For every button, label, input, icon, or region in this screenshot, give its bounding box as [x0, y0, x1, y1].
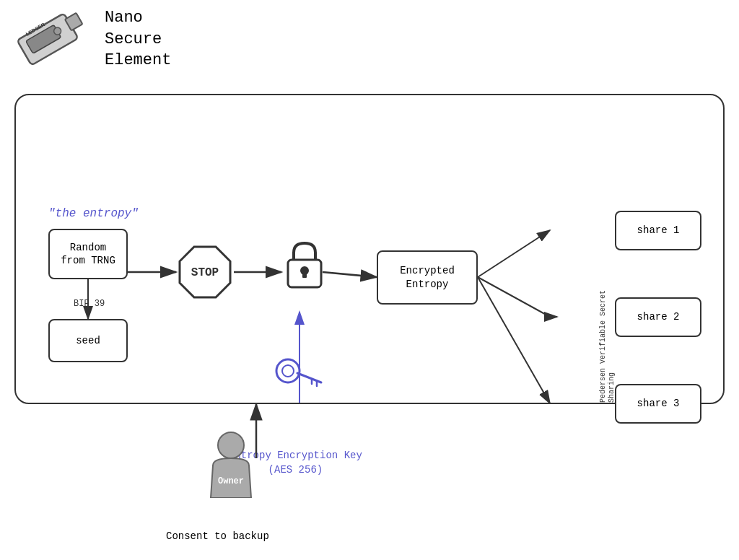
lock-icon [283, 240, 326, 297]
encrypted-entropy-label: Encrypted Entropy [400, 264, 455, 290]
trng-box: Random from TRNG [48, 229, 128, 279]
seed-label: seed [76, 334, 100, 347]
device-title: Nano Secure Element [105, 7, 171, 71]
svg-point-28 [218, 432, 244, 458]
stop-sign: STOP [176, 243, 234, 301]
svg-text:Owner: Owner [218, 476, 244, 486]
main-diagram-box: "the entropy" Random from TRNG seed BIP … [14, 94, 725, 404]
owner-figure: Owner [202, 429, 260, 498]
svg-point-22 [282, 365, 294, 377]
share2-label: share 2 [637, 310, 680, 323]
share3-box: share 3 [615, 384, 701, 424]
share1-box: share 1 [615, 211, 701, 250]
trng-label: Random from TRNG [61, 241, 115, 267]
share2-box: share 2 [615, 297, 701, 337]
svg-line-10 [323, 272, 377, 277]
seed-box: seed [48, 319, 128, 362]
consent-label: Consent to backup [166, 530, 269, 542]
key-icon [272, 355, 323, 395]
logo-area: LEDGER Nano Secure Element [14, 7, 171, 72]
share3-label: share 3 [637, 397, 680, 410]
svg-text:STOP: STOP [191, 266, 219, 279]
ledger-device-icon: LEDGER [14, 7, 94, 72]
svg-line-14 [478, 277, 550, 403]
entropy-label: "the entropy" [48, 207, 139, 220]
bip39-label: BIP 39 [74, 299, 105, 309]
pedersen-label: Pedersen Verifiable Secret Sharing [599, 272, 616, 403]
svg-rect-20 [302, 271, 307, 278]
svg-line-12 [478, 277, 550, 317]
share1-label: share 1 [637, 224, 680, 237]
owner-area: Owner [202, 429, 260, 498]
encrypted-entropy-box: Encrypted Entropy [377, 250, 478, 305]
svg-line-13 [478, 230, 550, 277]
